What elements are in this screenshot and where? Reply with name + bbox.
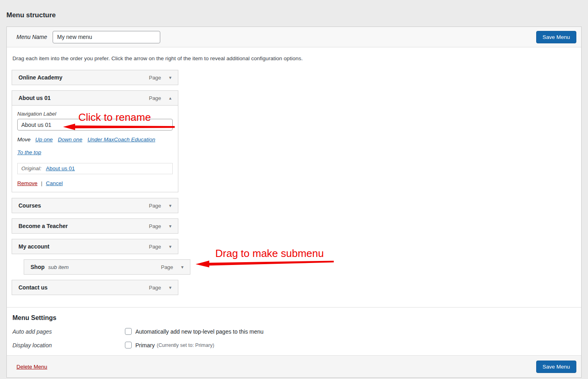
- chevron-down-icon[interactable]: ▼: [180, 265, 184, 269]
- chevron-down-icon[interactable]: ▼: [168, 285, 172, 290]
- original-item-box: Original: About us 01: [17, 163, 173, 174]
- display-location-current-note: (Currently set to: Primary): [157, 342, 214, 348]
- drag-instruction-text: Drag each item into the order you prefer…: [12, 47, 576, 70]
- chevron-up-icon[interactable]: ▲: [168, 96, 172, 100]
- menu-item-type: Page: [149, 203, 161, 209]
- menu-item-label: Become a Teacher: [18, 223, 68, 229]
- menu-name-row: Menu Name Save Menu: [7, 27, 581, 47]
- menu-item-settings-panel: Navigation Label Move Up one Down one Un…: [12, 106, 178, 192]
- save-menu-button-bottom[interactable]: Save Menu: [536, 361, 576, 373]
- display-location-row: Display location Primary (Currently set …: [12, 342, 576, 348]
- menu-item-courses[interactable]: Courses Page ▼: [12, 198, 178, 213]
- remove-item-link[interactable]: Remove: [17, 180, 37, 186]
- menu-item-online-academy[interactable]: Online Academy Page ▼: [12, 70, 178, 85]
- menu-item-type: Page: [149, 244, 161, 250]
- menu-footer-actions: Delete Menu Save Menu: [7, 355, 581, 377]
- cancel-item-link[interactable]: Cancel: [46, 180, 63, 186]
- menu-item-type: Page: [149, 223, 161, 229]
- menu-item-type: Page: [149, 285, 161, 291]
- chevron-down-icon[interactable]: ▼: [168, 204, 172, 208]
- chevron-down-icon[interactable]: ▼: [168, 75, 172, 80]
- menu-settings-title: Menu Settings: [12, 314, 576, 322]
- menu-item-about-us-01[interactable]: About us 01 Page ▲: [12, 90, 178, 106]
- auto-add-pages-label: Auto add pages: [12, 328, 125, 335]
- menu-item-become-a-teacher[interactable]: Become a Teacher Page ▼: [12, 218, 178, 234]
- submenu-annotation-arrow-icon: [196, 259, 334, 268]
- menu-item-type: Page: [161, 264, 173, 270]
- menu-item-label: Shop: [31, 264, 45, 270]
- auto-add-pages-text: Automatically add new top-level pages to…: [135, 328, 263, 335]
- submenu-annotation-text: Drag to make submenu: [215, 247, 324, 260]
- menu-name-input[interactable]: [53, 31, 160, 43]
- chevron-down-icon[interactable]: ▼: [168, 245, 172, 249]
- separator: |: [41, 180, 43, 186]
- menu-structure-body: Drag each item into the order you prefer…: [7, 47, 581, 295]
- menu-item-my-account[interactable]: My account Page ▼: [12, 239, 178, 254]
- move-actions-row-2: To the top: [17, 149, 173, 156]
- menu-item-subitem-caption: sub item: [48, 264, 69, 270]
- item-actions-row: Remove | Cancel: [17, 180, 173, 186]
- save-menu-button-top[interactable]: Save Menu: [536, 31, 576, 43]
- menu-item-type: Page: [149, 95, 161, 101]
- menu-item-label: Contact us: [18, 284, 47, 291]
- menu-items-list: Online Academy Page ▼ About us 01 Page ▲…: [12, 70, 494, 295]
- display-location-primary-text: Primary: [135, 342, 155, 348]
- display-location-primary-checkbox[interactable]: [125, 342, 132, 348]
- page-title: Menu structure: [0, 0, 588, 26]
- move-caption: Move: [17, 137, 31, 143]
- menu-editor-panel: Menu Name Save Menu Drag each item into …: [6, 26, 582, 378]
- delete-menu-link[interactable]: Delete Menu: [16, 364, 47, 370]
- menu-settings-section: Menu Settings Auto add pages Automatical…: [7, 308, 581, 348]
- menu-item-type: Page: [149, 75, 161, 81]
- display-location-label: Display location: [12, 342, 125, 348]
- auto-add-pages-row: Auto add pages Automatically add new top…: [12, 328, 576, 335]
- menu-item-contact-us[interactable]: Contact us Page ▼: [12, 280, 178, 295]
- chevron-down-icon[interactable]: ▼: [168, 224, 172, 228]
- navigation-label-caption: Navigation Label: [17, 111, 173, 117]
- menu-item-label: Online Academy: [18, 74, 62, 81]
- menu-name-label: Menu Name: [16, 34, 47, 40]
- move-down-one-link[interactable]: Down one: [58, 137, 82, 143]
- menu-item-label: About us 01: [18, 95, 51, 101]
- menu-item-label: Courses: [18, 202, 41, 209]
- move-under-maxcoach-link[interactable]: Under MaxCoach Education: [88, 137, 155, 143]
- original-item-link[interactable]: About us 01: [46, 165, 75, 171]
- original-caption: Original:: [21, 165, 41, 171]
- move-up-one-link[interactable]: Up one: [35, 137, 53, 143]
- auto-add-pages-checkbox[interactable]: [125, 328, 132, 335]
- menu-item-shop[interactable]: Shop sub item Page ▼: [24, 259, 190, 275]
- menu-item-label: My account: [18, 243, 49, 250]
- move-actions-row: Move Up one Down one Under MaxCoach Educ…: [17, 136, 173, 143]
- navigation-label-input[interactable]: [17, 119, 173, 130]
- move-to-top-link[interactable]: To the top: [17, 149, 41, 155]
